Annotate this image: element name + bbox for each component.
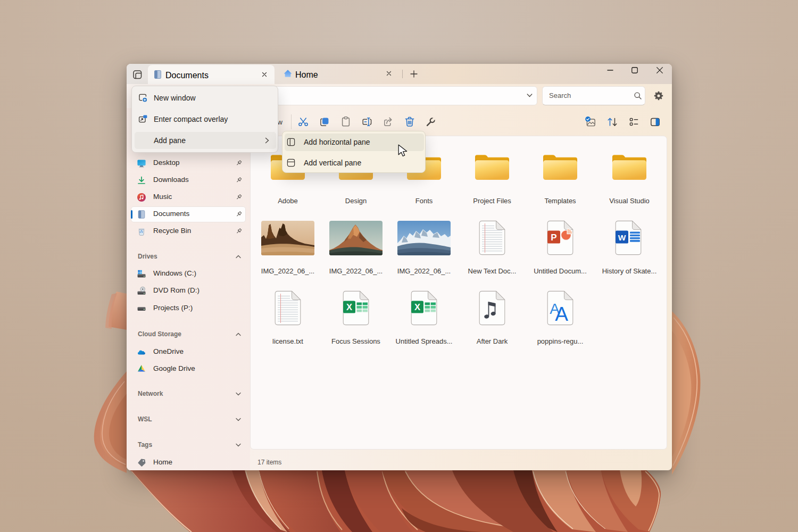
svg-text:W: W	[618, 233, 626, 242]
svg-text:A: A	[555, 303, 568, 325]
svg-text:P: P	[551, 232, 556, 243]
